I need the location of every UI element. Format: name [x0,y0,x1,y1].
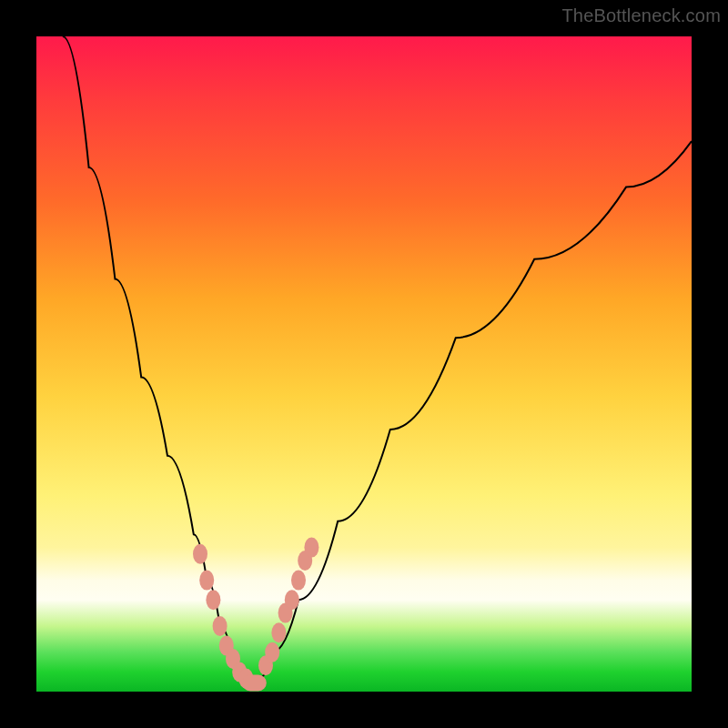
data-bead [285,590,299,610]
data-bead [213,616,228,636]
watermark-text: TheBottleneck.com [561,5,721,26]
chart-svg [36,36,692,692]
bottleneck-curve-line [63,36,692,685]
data-bead [291,571,306,591]
data-bead [304,538,318,558]
data-bead [206,590,220,610]
data-bead-valley [242,674,267,691]
data-bead [199,571,214,591]
data-bead [265,642,279,662]
marker-group [193,538,318,692]
data-bead [271,622,286,642]
chart-container: TheBottleneck.com [0,0,728,728]
data-bead [193,544,207,564]
